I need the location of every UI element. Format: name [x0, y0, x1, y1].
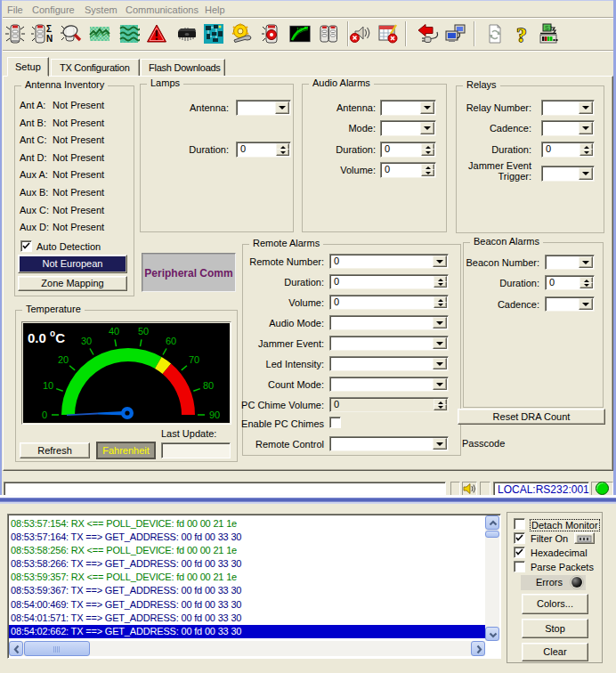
svg-text:20: 20: [58, 354, 69, 365]
svg-text:10: 10: [43, 380, 53, 391]
svg-text:60: 60: [166, 336, 176, 346]
svg-text:80: 80: [203, 380, 214, 391]
svg-text:50: 50: [138, 326, 149, 336]
svg-text:30: 30: [81, 336, 92, 346]
svg-text:40: 40: [109, 326, 119, 336]
svg-text:0: 0: [42, 409, 47, 420]
svg-text:70: 70: [189, 354, 199, 365]
svg-text:0.0 oC: 0.0 oC: [28, 328, 65, 345]
svg-text:90: 90: [209, 409, 220, 420]
